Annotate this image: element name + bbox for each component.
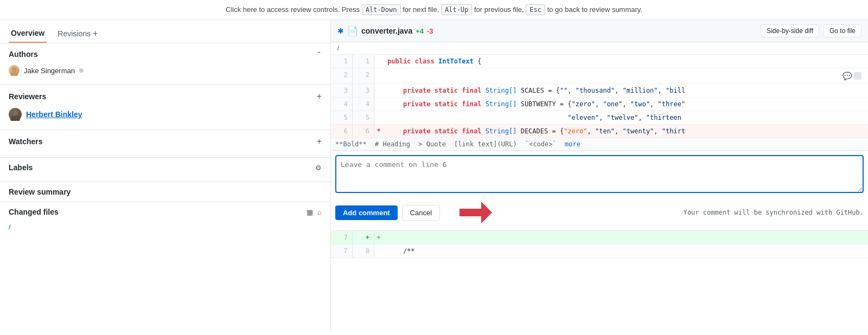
- line-nums: 7 +: [331, 231, 374, 244]
- diff-content: "eleven", "twelve", "thirteen: [383, 111, 868, 124]
- tab-revisions[interactable]: Revisions +: [55, 24, 100, 43]
- reviewer-name[interactable]: Herbert Binkley: [26, 110, 82, 119]
- reviewer-avatar: [9, 108, 22, 121]
- author-name: Jake Singerman: [24, 67, 75, 75]
- diff-marker: [374, 98, 383, 111]
- diff-marker: [374, 55, 383, 68]
- line-num-right: 2: [353, 68, 374, 83]
- revisions-plus-icon[interactable]: +: [93, 29, 98, 38]
- authors-section: Authors ⌃ Jake Singerman: [0, 43, 330, 85]
- line-num-left: 3: [331, 84, 353, 97]
- go-to-file-button[interactable]: Go to file: [824, 24, 861, 37]
- main-layout: Overview Revisions + Authors ⌃ Jake: [0, 20, 868, 333]
- banner-key1: Alt-Down: [362, 4, 401, 15]
- toolbar-code[interactable]: `<code>`: [525, 140, 557, 148]
- arrow-pointer-icon: [449, 199, 492, 226]
- line-num-left: 7: [331, 231, 353, 244]
- authors-header: Authors ⌃: [9, 50, 322, 59]
- add-watcher-icon[interactable]: +: [317, 137, 322, 146]
- tree-view-icon[interactable]: ▦: [307, 208, 313, 216]
- watchers-section: Watchers +: [0, 130, 330, 158]
- author-avatar: [9, 65, 20, 76]
- changed-files-path: /: [9, 221, 322, 231]
- diff-content: private static final String[] SCALES = {…: [383, 84, 868, 97]
- line-num-right: 4: [353, 98, 374, 111]
- tabs: Overview Revisions +: [0, 20, 330, 43]
- sidebar: Overview Revisions + Authors ⌃ Jake: [0, 20, 331, 333]
- banner-text1: Click here to access review controls. Pr…: [226, 5, 360, 14]
- line-num-right: +: [353, 231, 374, 244]
- file-actions: Side-by-side diff Go to file: [761, 24, 861, 37]
- tab-overview[interactable]: Overview: [9, 24, 47, 43]
- labels-header: Labels ⚙: [9, 163, 322, 172]
- banner-text3: for previous file,: [474, 5, 524, 14]
- diff-row: 1 1 public class IntToText {: [331, 55, 868, 68]
- collapse-authors-icon[interactable]: ⌃: [316, 50, 322, 58]
- line-nums: 1 1: [331, 55, 374, 68]
- cancel-button[interactable]: Cancel: [402, 205, 440, 221]
- diff-row-highlighted: 6 6 * private static final String[] DECA…: [331, 125, 868, 138]
- diff-row: 7 8 /**: [331, 244, 868, 258]
- labels-title: Labels: [9, 163, 33, 172]
- watchers-title: Watchers: [9, 137, 43, 146]
- top-banner: Click here to access review controls. Pr…: [0, 0, 868, 20]
- authors-title: Authors: [9, 50, 38, 59]
- diff-content: /**: [383, 244, 868, 257]
- svg-point-3: [10, 116, 20, 121]
- file-type-icon: 📄: [347, 26, 358, 36]
- diff-content: public class IntToText {: [383, 55, 868, 68]
- side-by-side-button[interactable]: Side-by-side diff: [761, 24, 819, 37]
- diff-row: 5 5 "eleven", "twelve", "thirteen: [331, 111, 868, 125]
- comment-toolbar: **Bold** # Heading > Quote [link text](U…: [331, 138, 868, 151]
- diff-content: [383, 231, 868, 244]
- github-sync-note: Your comment will be synchronized with G…: [684, 209, 864, 216]
- watchers-header: Watchers +: [9, 137, 322, 146]
- banner-key2: Alt-Up: [441, 4, 472, 15]
- changed-files-title: Changed files: [9, 208, 59, 216]
- diff-content: 💬: [383, 68, 868, 83]
- comment-bubble-icon[interactable]: 💬: [843, 70, 852, 81]
- search-files-icon[interactable]: ⌕: [317, 208, 322, 216]
- diff-content: private static final String[] SUBTWENTY …: [383, 98, 868, 111]
- comment-square-icon[interactable]: [854, 72, 861, 80]
- banner-text4: to go back to review summary.: [547, 5, 642, 14]
- line-num-right: 5: [353, 111, 374, 124]
- svg-point-2: [12, 110, 18, 115]
- line-num-right: 1: [353, 55, 374, 68]
- file-header: ✱ 📄 converter.java +4 -3 Side-by-side di…: [331, 20, 868, 42]
- reviewers-section: Reviewers + Herbert Binkley: [0, 85, 330, 130]
- author-item: Jake Singerman: [9, 63, 322, 78]
- line-nums: 2 2: [331, 68, 374, 83]
- comment-form-container: Add comment Cancel Your comment will be …: [331, 151, 868, 231]
- line-num-right: 6: [353, 125, 374, 138]
- diff-row: 4 4 private static final String[] SUBTWE…: [331, 98, 868, 111]
- labels-section: Labels ⚙: [0, 158, 330, 182]
- add-reviewer-icon[interactable]: +: [317, 92, 322, 101]
- line-num-left: 6: [331, 125, 353, 138]
- reviewer-item: Herbert Binkley: [9, 106, 322, 123]
- diff-marker: +: [374, 231, 383, 244]
- comment-input[interactable]: [335, 155, 864, 193]
- labels-gear-icon[interactable]: ⚙: [315, 164, 322, 172]
- diff-row: 2 2 💬: [331, 68, 868, 84]
- diff-row-new: 7 + +: [331, 231, 868, 244]
- toolbar-bold[interactable]: **Bold**: [335, 140, 367, 148]
- deletions-count: -3: [427, 27, 433, 35]
- line-nums: 5 5: [331, 111, 374, 124]
- diff-row: 3 3 private static final String[] SCALES…: [331, 84, 868, 98]
- toolbar-link[interactable]: [link text](URL): [454, 140, 517, 148]
- diff-marker: [374, 244, 383, 257]
- add-comment-button[interactable]: Add comment: [335, 205, 398, 220]
- line-nums: 3 3: [331, 84, 374, 97]
- line-nums: 6 6: [331, 125, 374, 138]
- toolbar-more[interactable]: more: [565, 140, 580, 148]
- banner-key3: Esc: [526, 4, 545, 15]
- svg-point-0: [12, 67, 16, 72]
- line-nums: 7 8: [331, 244, 374, 257]
- toolbar-heading[interactable]: # Heading: [375, 140, 410, 148]
- svg-point-1: [10, 72, 18, 76]
- changed-files-section: Changed files ▦ ⌕ /: [0, 202, 330, 236]
- toolbar-quote[interactable]: > Quote: [418, 140, 446, 148]
- file-path-breadcrumb: /: [331, 42, 868, 55]
- diff-marker: *: [374, 125, 383, 138]
